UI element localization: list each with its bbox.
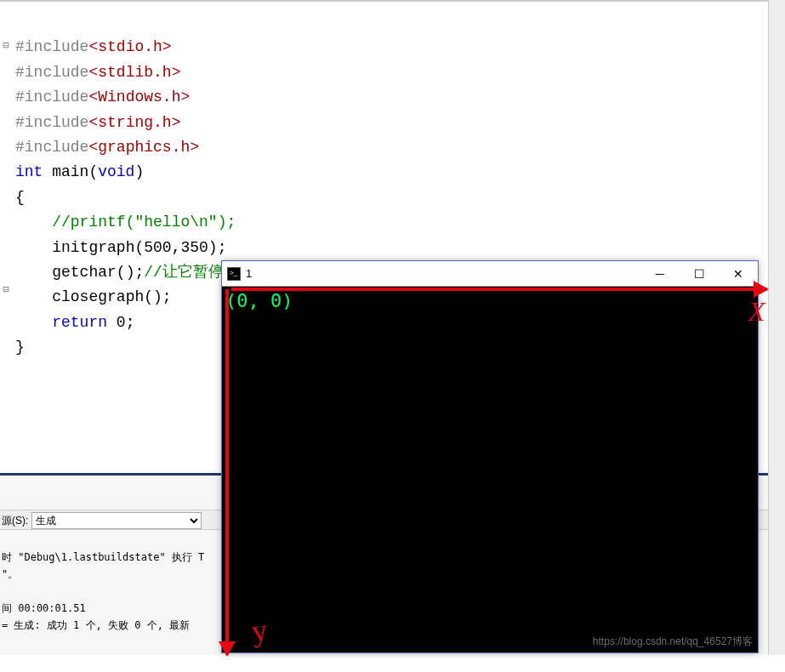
brace: }	[15, 339, 25, 356]
keyword-int: int	[15, 163, 43, 180]
header: <graphics.h>	[88, 139, 199, 156]
code-line: closegraph();	[52, 288, 171, 305]
console-body[interactable]: (0, 0) https://blog.csdn.net/qq_46527博客	[222, 287, 758, 652]
header: <Windows.h>	[88, 88, 190, 105]
brace: {	[15, 189, 25, 206]
console-titlebar[interactable]: 1 ─ ☐ ✕	[222, 261, 758, 287]
output-line: 间 00:00:01.51	[2, 602, 86, 614]
fold-marker[interactable]: ⊟	[0, 278, 12, 303]
close-button[interactable]: ✕	[719, 261, 758, 287]
keyword-void: void	[98, 163, 134, 180]
preproc: #include	[15, 38, 88, 55]
console-title: 1	[246, 267, 640, 280]
keyword-return: return	[52, 314, 107, 331]
x-axis-arrow	[231, 288, 767, 291]
output-line: "。	[2, 568, 18, 580]
console-window: 1 ─ ☐ ✕ (0, 0) https://blog.csdn.net/qq_…	[221, 260, 759, 653]
maximize-button[interactable]: ☐	[680, 261, 719, 287]
output-line: = 生成: 成功 1 个, 失败 0 个, 最新	[2, 619, 190, 631]
y-axis-arrow	[225, 289, 229, 655]
code-line: getchar();	[52, 264, 144, 281]
folding-gutter: ⊟ ⊟	[0, 10, 12, 327]
source-label: 源(S):	[2, 515, 28, 527]
comment: //printf("hello\n");	[52, 214, 236, 231]
watermark: https://blog.csdn.net/qq_46527博客	[593, 635, 753, 649]
preproc: #include	[15, 88, 88, 105]
console-icon	[227, 267, 241, 281]
code-line: 0;	[107, 314, 134, 331]
origin-label: (0, 0)	[225, 290, 293, 311]
minimize-button[interactable]: ─	[640, 261, 680, 287]
fn-name: main(	[43, 163, 98, 180]
preproc: #include	[15, 114, 88, 131]
preproc: #include	[15, 139, 88, 156]
x-axis-label: X	[748, 296, 765, 327]
fold-marker[interactable]: ⊟	[0, 34, 12, 59]
header: <stdlib.h>	[88, 64, 180, 81]
preproc: #include	[15, 64, 88, 81]
x-arrow-head	[754, 281, 769, 298]
header: <stdio.h>	[88, 38, 171, 55]
code-line: initgraph(500,350);	[52, 239, 226, 256]
y-arrow-head	[219, 641, 236, 657]
output-text[interactable]: 时 "Debug\1.lastbuildstate" 执行 T "。 间 00:…	[2, 532, 204, 651]
header: <string.h>	[88, 114, 180, 131]
output-line: 时 "Debug\1.lastbuildstate" 执行 T	[2, 551, 204, 563]
source-select[interactable]: 生成	[31, 512, 202, 529]
scroll-bar[interactable]	[768, 0, 785, 655]
paren: )	[134, 163, 144, 180]
